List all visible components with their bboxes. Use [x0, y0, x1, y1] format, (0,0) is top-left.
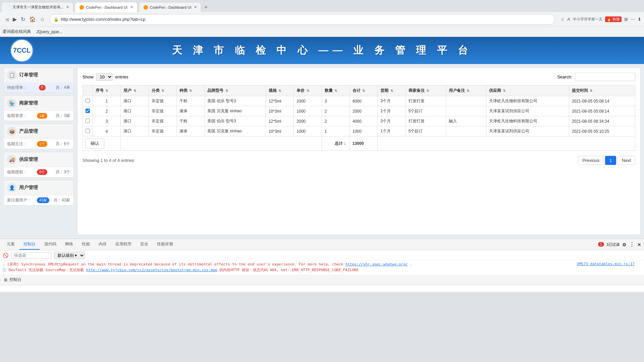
col-header-brand: 品牌型号 ⇅ [205, 85, 266, 96]
devtools-tab-security[interactable]: 安全 [136, 239, 152, 250]
nav-right: ☆ A 中小字开学第一天 🔥 热搜 ⊞ ⋯ ⬇ [560, 16, 641, 22]
row-1-check-input[interactable] [86, 109, 90, 113]
devtools-close-icon[interactable]: ✕ [637, 242, 641, 247]
sidebar-section-order[interactable]: 📋 订单管理 待处理单： 0 共：4单 [3, 67, 74, 93]
windows-icon[interactable]: ⊞ [624, 17, 628, 22]
row-3-checkbox[interactable] [83, 126, 93, 136]
page-1-button[interactable]: 1 [605, 156, 616, 165]
pagination-controls: Previous 1 Next [578, 156, 635, 165]
dev-error-1-text: [异用] Synchronous XMLHttpRequest on the m… [7, 262, 343, 266]
row-0-user: 港口 [121, 96, 149, 106]
forward-button[interactable]: ▶ [11, 15, 19, 24]
search-input[interactable] [575, 73, 635, 81]
row-2-time: 2021-08-05 08:34:34 [569, 116, 635, 126]
devtools-level-select[interactable]: 默认级别 ▾ [54, 252, 85, 259]
reading-mode-icon[interactable]: 中小字开学第一天 [573, 17, 602, 22]
devtools-tab-console[interactable]: 控制台 [19, 239, 40, 250]
row-2-user: 港口 [121, 116, 149, 126]
row-0-spec: 12*5ml [266, 96, 293, 106]
translate-icon[interactable]: A [567, 17, 570, 22]
dev-error-1: ⚠ [异用] Synchronous XMLHttpRequest on the… [3, 262, 641, 267]
row-2-check-input[interactable] [86, 119, 90, 123]
tab-2-close[interactable]: ✕ [130, 5, 133, 9]
download-icon[interactable]: ⬇ [638, 17, 641, 22]
lock-icon: 🔒 [54, 17, 59, 22]
devtools-tab-network[interactable]: 网络 [61, 239, 77, 250]
devtools-tab-sources[interactable]: 源代码 [40, 239, 60, 250]
sidebar-section-merchant[interactable]: 🏪 商家管理 临期资质： 1家 共：3家 [3, 96, 74, 121]
page-content: 7CCL 天 津 市 临 检 中 心 —— 业 务 管 理 平 台 📋 订单管理… [0, 37, 644, 238]
sort-seq-icon: ⇅ [105, 89, 108, 93]
row-0-delivery: 3个月 [378, 96, 406, 106]
back-button[interactable]: ◀ [3, 15, 11, 24]
tab-1[interactable]: 📄 天津市天一津星生物技术咨询... ✕ [1, 2, 73, 12]
new-tab-button[interactable]: ＋ [203, 4, 209, 11]
row-1-qty: 2 [322, 106, 350, 116]
devtools-tab-performance[interactable]: 性能 [78, 239, 94, 250]
row-0-qty: 3 [322, 96, 350, 106]
row-2-unote: 融入 [446, 116, 486, 126]
row-3-check-input[interactable] [86, 129, 90, 133]
dev-error-1-link[interactable]: https://xhr.spec.whatwg.org/ [345, 262, 408, 266]
star-icon[interactable]: ☆ [560, 17, 565, 22]
supplier-badge-label: 临期授权： [7, 169, 27, 175]
next-button[interactable]: Next [618, 156, 635, 165]
tab-3-favicon: 🟠 [143, 5, 148, 10]
devtools-tab-application[interactable]: 应用程序 [111, 239, 136, 250]
nav-bar: ◀ ▶ ↻ 🏠 ☆ 🔒 ☆ A 中小字开学第一天 🔥 热搜 ⊞ ⋯ ⬇ [0, 12, 644, 27]
address-input[interactable] [61, 17, 551, 22]
sidebar-header-user: 👤 用户管理 [4, 180, 73, 195]
row-0-supplier: 天津屹凡生物科技有限公司 [486, 96, 569, 106]
tab-3-close[interactable]: ✕ [194, 5, 197, 9]
sidebar-section-supplier[interactable]: 🚚 供应管理 临期授权： 0个 共：3个 [3, 152, 74, 177]
sort-delivery-icon: ⇅ [390, 89, 393, 93]
bookmark-button[interactable]: ☆ [38, 15, 47, 24]
tab-3[interactable]: 🟠 CodePen - Dashboard UI ✕ [139, 2, 202, 12]
devtools-clear-icon[interactable]: 🚫 [3, 253, 8, 258]
sidebar-header-product: 📦 产品管理 [4, 124, 73, 139]
home-button[interactable]: 🏠 [27, 15, 38, 24]
reload-button[interactable]: ↻ [19, 15, 27, 24]
devtools-tab-memory[interactable]: 内存 [95, 239, 111, 250]
row-1-price: 1000 [294, 106, 322, 116]
devtools-settings-icon[interactable]: ⚙ [622, 242, 627, 247]
sort-price-icon: ⇅ [307, 89, 309, 93]
sort-qty-icon: ⇅ [334, 89, 337, 93]
bookmark-2[interactable]: JQuery_jque... [36, 29, 62, 34]
menu-icon[interactable]: ⋯ [631, 17, 635, 22]
main-layout: 📋 订单管理 待处理单： 0 共：4单 🏪 商家管理 [0, 64, 644, 238]
devtools-filter-input[interactable] [11, 252, 51, 259]
row-1-checkbox[interactable] [83, 106, 93, 116]
row-3-seq: 4 [93, 126, 121, 136]
devtools-toolbar: 🚫 默认级别 ▾ [0, 250, 644, 260]
confirm-button[interactable]: 确认 [86, 138, 104, 148]
devtools-more-icon[interactable]: ⋮ [629, 241, 635, 248]
devtools-tab-lighthouse[interactable]: 性能评测 [153, 239, 177, 250]
table-row: 3 港口 非定值 干粉 美国 伯乐 型号3 12*5ml 2000 2 4000… [83, 116, 635, 126]
row-0-checkbox[interactable] [83, 96, 93, 106]
previous-button[interactable]: Previous [578, 156, 604, 165]
tab-1-close[interactable]: ✕ [66, 5, 69, 9]
entries-select[interactable]: 10 25 50 [96, 73, 113, 81]
dev-error-1-fileref[interactable]: VM573 datatables.min.js:17 [577, 262, 635, 266]
row-0-check-input[interactable] [86, 99, 90, 103]
show-entries: Show 10 25 50 entries [83, 73, 128, 81]
dev-error-2-text: DevTools 无法加载 SourceMap：无法加载 [9, 268, 84, 272]
sidebar-stats-order: 待处理单： 0 共：4单 [4, 83, 73, 93]
sidebar-section-user[interactable]: 👤 用户管理 新注册用户： 43家 共：43家 [3, 180, 74, 205]
dev-error-2-link[interactable]: http://www.tyjcbio.com/cc1/assets/css/bo… [86, 268, 217, 272]
order-badge-label: 待处理单： [7, 85, 27, 90]
bookmark-1[interactable]: 爱词霸在线词典 [3, 29, 31, 35]
devtools-tab-elements[interactable]: 元素 [3, 239, 19, 250]
user-stat: 共：43家 [54, 197, 70, 203]
table-row: 1 港口 非定值 干粉 美国 伯乐 型号3 12*5ml 2000 3 6000… [83, 96, 635, 106]
tab-bar: 📄 天津市天一津星生物技术咨询... ✕ 🟠 CodePen - Dashboa… [0, 0, 644, 12]
row-1-total: 2000 [350, 106, 377, 116]
devtools-bottom-tab[interactable]: ⊞ 控制台 [0, 275, 644, 285]
sidebar-header-supplier: 🚚 供应管理 [4, 152, 73, 167]
row-2-checkbox[interactable] [83, 116, 93, 126]
row-2-supplier: 天津屹凡生物科技有限公司 [486, 116, 569, 126]
tab-2[interactable]: 🟠 CodePen - Dashboard UI ✕ [75, 2, 138, 12]
sidebar-section-product[interactable]: 📦 产品管理 临期主注： 1个 共：6个 [3, 124, 74, 149]
col-header-delivery: 货期 ⇅ [378, 85, 406, 96]
